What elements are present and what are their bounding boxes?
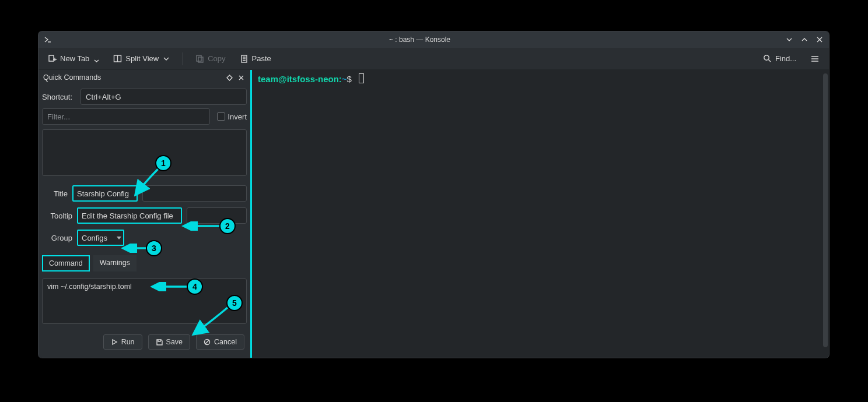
annotation-arrow-2 bbox=[181, 221, 222, 231]
annotation-badge-4: 4 bbox=[187, 278, 203, 295]
toolbar-separator bbox=[182, 52, 183, 65]
invert-label: Invert bbox=[228, 112, 247, 121]
annotation-arrow-3 bbox=[121, 244, 148, 253]
run-label: Run bbox=[121, 338, 135, 346]
main-toolbar: New Tab Split View Copy Paste bbox=[38, 48, 829, 70]
tooltip-input[interactable]: Edit the Starship Config file bbox=[77, 207, 182, 224]
split-view-label: Split View bbox=[125, 54, 159, 63]
cancel-label: Cancel bbox=[214, 338, 237, 346]
annotation-badge-2: 2 bbox=[219, 218, 236, 234]
shortcut-label: Shortcut: bbox=[42, 93, 76, 101]
tooltip-value: Edit the Starship Config file bbox=[82, 211, 173, 220]
tab-command[interactable]: Command bbox=[42, 255, 90, 271]
shortcut-input[interactable] bbox=[80, 89, 247, 105]
title-value: Starship Config bbox=[77, 189, 129, 198]
hamburger-menu-button[interactable] bbox=[807, 52, 823, 66]
paste-icon bbox=[240, 54, 249, 63]
minimize-icon[interactable] bbox=[785, 35, 794, 44]
vertical-scrollbar[interactable] bbox=[823, 73, 828, 347]
prompt-user-host: team@itsfoss-neon bbox=[258, 74, 339, 84]
group-select[interactable]: Configs bbox=[77, 230, 124, 246]
save-icon bbox=[156, 338, 163, 345]
split-view-button[interactable]: Split View bbox=[110, 52, 173, 65]
copy-icon bbox=[195, 54, 204, 63]
paste-label: Paste bbox=[252, 54, 271, 63]
find-label: Find... bbox=[775, 54, 796, 63]
panel-title: Quick Commands bbox=[43, 73, 222, 82]
split-view-chevron-icon[interactable] bbox=[163, 56, 169, 62]
session-icon bbox=[43, 35, 52, 44]
invert-checkbox[interactable]: Invert bbox=[217, 112, 247, 121]
copy-button: Copy bbox=[192, 52, 229, 65]
new-tab-icon bbox=[48, 54, 57, 63]
panel-header: Quick Commands bbox=[38, 70, 250, 85]
run-button[interactable]: Run bbox=[103, 334, 142, 350]
save-button[interactable]: Save bbox=[148, 334, 191, 350]
checkbox-icon bbox=[217, 112, 225, 121]
annotation-badge-1: 1 bbox=[155, 155, 172, 171]
tab-command-label: Command bbox=[49, 259, 83, 267]
command-text: vim ~/.config/starship.toml bbox=[47, 283, 132, 291]
group-label: Group bbox=[42, 234, 72, 242]
filter-row: Invert bbox=[42, 108, 247, 125]
panel-float-icon[interactable] bbox=[225, 73, 234, 82]
search-icon bbox=[763, 54, 772, 63]
content-area: Quick Commands Shortcut: bbox=[38, 70, 829, 358]
annotation-arrow-5 bbox=[189, 304, 231, 337]
chevron-down-icon bbox=[117, 237, 121, 239]
terminal-view[interactable]: team@itsfoss-neon:~$ bbox=[252, 70, 829, 358]
find-button[interactable]: Find... bbox=[760, 52, 800, 65]
annotation-badge-3: 3 bbox=[146, 240, 162, 256]
annotation-badge-5: 5 bbox=[226, 295, 243, 311]
prompt-path: ~ bbox=[342, 74, 347, 84]
new-tab-button[interactable]: New Tab bbox=[44, 52, 103, 65]
tab-warnings-label: Warnings bbox=[100, 259, 130, 267]
play-icon bbox=[111, 338, 118, 345]
titlebar: ~ : bash — Konsole bbox=[38, 31, 829, 48]
maximize-icon[interactable] bbox=[800, 35, 809, 44]
hamburger-icon bbox=[810, 54, 820, 64]
prompt-dollar: $ bbox=[347, 74, 352, 84]
tab-warnings[interactable]: Warnings bbox=[93, 255, 136, 271]
title-label: Title bbox=[42, 189, 68, 198]
group-value: Configs bbox=[82, 234, 107, 242]
annotation-arrow-1 bbox=[126, 163, 161, 199]
tooltip-label: Tooltip bbox=[42, 211, 72, 220]
new-tab-label: New Tab bbox=[60, 54, 89, 63]
copy-label: Copy bbox=[208, 54, 225, 63]
filter-input[interactable] bbox=[42, 108, 210, 125]
save-label: Save bbox=[166, 338, 183, 346]
paste-button[interactable]: Paste bbox=[236, 52, 275, 65]
svg-rect-1 bbox=[197, 55, 201, 61]
shortcut-row: Shortcut: bbox=[42, 89, 247, 105]
split-view-icon bbox=[113, 54, 122, 63]
editor-tabs: Command Warnings bbox=[42, 255, 247, 271]
window-title: ~ : bash — Konsole bbox=[55, 36, 785, 44]
new-tab-chevron-icon[interactable] bbox=[94, 55, 99, 63]
terminal-cursor bbox=[359, 73, 364, 83]
cancel-icon bbox=[204, 338, 211, 345]
panel-close-icon[interactable] bbox=[236, 73, 246, 82]
close-icon[interactable] bbox=[815, 35, 824, 44]
annotation-arrow-4 bbox=[150, 282, 189, 291]
svg-point-4 bbox=[764, 55, 769, 60]
